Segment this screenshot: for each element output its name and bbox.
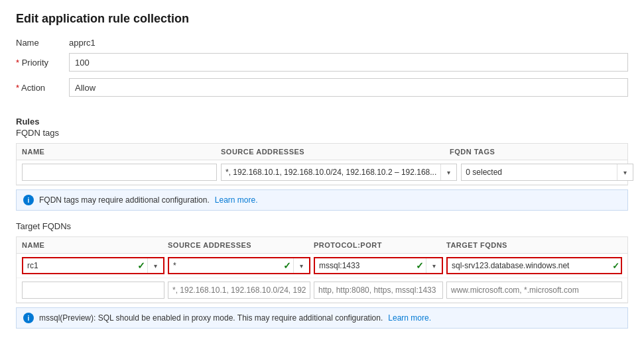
target-fqdns-header: NAME SOURCE ADDRESSES PROTOCOL:PORT TARG… — [17, 237, 627, 254]
fqdn-name-input[interactable] — [22, 164, 217, 181]
action-label: Action — [16, 83, 69, 93]
target-row1-protocol-check: ✓ — [414, 260, 426, 271]
target-col-fqdns: TARGET FQDNS — [446, 241, 622, 249]
fqdn-info-icon: i — [23, 195, 34, 205]
target-row1-fqdns-input[interactable] — [446, 257, 622, 274]
target-fqdns-row-1: rc1 ✓ ▾ * ✓ ▾ mssql:1433 ✓ ▾ — [17, 254, 627, 278]
target-row2-fqdns-cell — [446, 282, 622, 299]
fqdn-col-tags: FQDN TAGS — [450, 148, 622, 156]
target-row1-name-select[interactable]: rc1 ✓ ▾ — [22, 257, 164, 274]
target-col-name: NAME — [22, 241, 168, 249]
fqdn-learn-more-link[interactable]: Learn more. — [215, 195, 258, 205]
target-learn-more-link[interactable]: Learn more. — [388, 313, 431, 323]
fqdn-tags-label: FQDN tags — [16, 128, 628, 138]
fqdn-source-value: *, 192.168.10.1, 192.168.10.0/24, 192.16… — [222, 168, 440, 177]
rules-section-label: Rules — [16, 117, 628, 127]
target-row1-source-cell: * ✓ ▾ — [168, 257, 314, 274]
target-col-source: SOURCE ADDRESSES — [168, 241, 314, 249]
page-title: Edit application rule collection — [16, 12, 628, 26]
fqdn-col-source: SOURCE ADDRESSES — [221, 148, 450, 156]
target-row1-source-chevron: ▾ — [293, 258, 309, 273]
fqdn-tags-row: *, 192.168.10.1, 192.168.10.0/24, 192.16… — [17, 160, 627, 185]
fqdn-source-select[interactable]: *, 192.168.10.1, 192.168.10.0/24, 192.16… — [221, 164, 457, 181]
target-info-icon: i — [23, 313, 34, 323]
target-row1-protocol-chevron: ▾ — [426, 258, 442, 273]
fqdn-tags-header: NAME SOURCE ADDRESSES FQDN TAGS — [17, 144, 627, 160]
target-row1-fqdns-wrapper: ✓ — [446, 257, 622, 274]
target-fqdns-table: NAME SOURCE ADDRESSES PROTOCOL:PORT TARG… — [16, 236, 628, 303]
target-row2-protocol-input[interactable] — [314, 282, 443, 299]
target-row1-protocol-value: mssql:1433 — [315, 261, 414, 270]
target-row1-fqdns-check: ✓ — [612, 261, 619, 271]
target-row2-name-input[interactable] — [22, 282, 164, 299]
target-row1-protocol-cell: mssql:1433 ✓ ▾ — [314, 257, 446, 274]
target-row1-protocol-select[interactable]: mssql:1433 ✓ ▾ — [314, 257, 443, 274]
action-input[interactable] — [69, 78, 628, 97]
target-info-text: mssql(Preview): SQL should be enabled in… — [39, 313, 383, 323]
target-row1-name-cell: rc1 ✓ ▾ — [22, 257, 168, 274]
target-row2-fqdns-input[interactable] — [446, 282, 622, 299]
fqdn-tags-table: NAME SOURCE ADDRESSES FQDN TAGS *, 192.1… — [16, 143, 628, 185]
target-info-bar: i mssql(Preview): SQL should be enabled … — [16, 307, 628, 329]
target-row1-source-value: * — [169, 261, 281, 270]
target-fqdns-row-2 — [17, 278, 627, 303]
name-value: apprc1 — [69, 38, 96, 48]
fqdn-tags-value: 0 selected — [462, 168, 617, 177]
fqdn-col-name: NAME — [22, 148, 221, 156]
target-row1-fqdns-cell: ✓ — [446, 257, 622, 274]
fqdn-tags-cell: 0 selected ▾ — [461, 164, 633, 181]
target-fqdns-label: Target FQDNs — [16, 221, 628, 231]
target-row1-name-chevron: ▾ — [147, 258, 163, 273]
fqdn-tags-select[interactable]: 0 selected ▾ — [461, 164, 633, 181]
target-col-protocol: PROTOCOL:PORT — [314, 241, 446, 249]
name-label: Name — [16, 38, 69, 48]
fqdn-source-chevron: ▾ — [440, 164, 456, 180]
target-row2-name-cell — [22, 282, 168, 299]
fqdn-info-text: FQDN tags may require additional configu… — [39, 195, 210, 205]
priority-label: Priority — [16, 58, 69, 68]
fqdn-source-cell: *, 192.168.10.1, 192.168.10.0/24, 192.16… — [221, 164, 461, 181]
target-row1-source-check: ✓ — [281, 260, 293, 271]
target-row1-name-value: rc1 — [23, 261, 135, 270]
fqdn-name-cell — [22, 164, 221, 181]
priority-input[interactable] — [69, 53, 628, 72]
target-row1-source-select[interactable]: * ✓ ▾ — [168, 257, 310, 274]
target-row2-protocol-cell — [314, 282, 446, 299]
target-row2-source-cell — [168, 282, 314, 299]
fqdn-tags-chevron: ▾ — [617, 164, 633, 180]
target-row1-name-check: ✓ — [135, 260, 147, 271]
target-row2-source-input[interactable] — [168, 282, 310, 299]
fqdn-info-bar: i FQDN tags may require additional confi… — [16, 189, 628, 211]
